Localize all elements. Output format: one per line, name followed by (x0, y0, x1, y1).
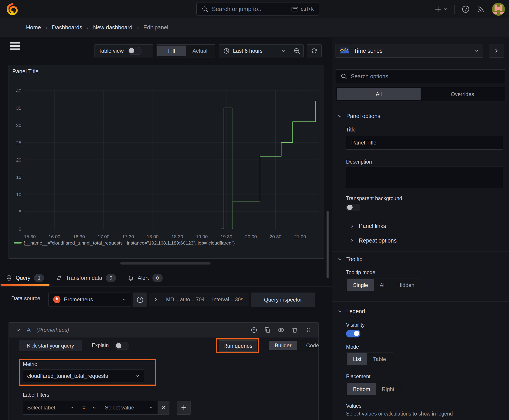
timeseries-chart[interactable]: 051015202530354015:3016:0016:3017:0017:3… (9, 65, 324, 258)
tab-overrides[interactable]: Overrides (421, 88, 504, 100)
svg-text:?: ? (253, 328, 255, 332)
textarea-resize-icon[interactable] (498, 183, 502, 187)
breadcrumb-dashboards[interactable]: Dashboards (52, 24, 82, 31)
legend-mode-table[interactable]: Table (367, 353, 392, 365)
tooltip-mode-single[interactable]: Single (347, 279, 374, 291)
chevron-down-icon (443, 7, 448, 11)
datasource-name: Prometheus (64, 296, 93, 303)
query-editor-card: A (Prometheus) ? Kick star (8, 322, 319, 420)
pane-resize-handle[interactable] (120, 262, 211, 264)
grafana-logo-icon[interactable] (6, 3, 19, 15)
transparent-background-toggle[interactable] (346, 204, 360, 211)
legend-placement-bottom[interactable]: Bottom (347, 383, 376, 395)
svg-text:10: 10 (16, 192, 21, 197)
table-view-toggle[interactable] (128, 47, 142, 55)
toggle-viz-picker-button[interactable] (489, 44, 504, 58)
breadcrumb-home[interactable]: Home (26, 24, 41, 31)
help-button[interactable]: ? (461, 5, 470, 14)
datasource-help-button[interactable]: ? (133, 292, 147, 307)
metric-label: Metric (23, 361, 37, 367)
table-view-label: Table view (99, 48, 124, 54)
options-search-input[interactable]: Search options (336, 69, 505, 83)
chevron-down-icon[interactable] (15, 327, 21, 333)
chevron-down-icon (69, 405, 74, 410)
breadcrumb-bar: Home › Dashboards › New dashboard › Edit… (0, 18, 509, 37)
explain-toggle[interactable] (115, 342, 129, 350)
keyboard-icon (291, 5, 298, 13)
breadcrumb: Home › Dashboards › New dashboard › Edit… (26, 18, 168, 37)
add-filter-button[interactable] (177, 401, 190, 415)
metric-select[interactable]: cloudflared_tunnel_total_requests (23, 369, 144, 383)
new-menu-button[interactable] (434, 5, 448, 13)
label-filters-label: Label filters (23, 392, 49, 398)
main-scrollbar[interactable] (327, 211, 328, 278)
svg-text:17:00: 17:00 (98, 234, 109, 239)
repeat-options-section[interactable]: Repeat options (350, 237, 396, 244)
run-queries-button[interactable]: Run queries (219, 340, 257, 352)
remove-filter-button[interactable] (158, 401, 169, 415)
breadcrumb-separator: › (87, 24, 89, 31)
query-help-icon[interactable]: ? (251, 327, 258, 333)
tooltip-mode-hidden[interactable]: Hidden (391, 279, 420, 291)
breadcrumb-edit-panel: Edit panel (144, 24, 168, 31)
title-field-label: Title (346, 127, 356, 133)
tooltip-mode-all[interactable]: All (374, 279, 392, 291)
chevron-down-icon (149, 405, 153, 410)
fill-option[interactable]: Fill (157, 45, 186, 56)
tooltip-section-header[interactable]: Tooltip (337, 256, 363, 262)
clock-icon (223, 48, 230, 54)
tab-query[interactable]: Query 1 (0, 269, 50, 286)
time-range-picker[interactable]: Last 6 hours (219, 48, 290, 54)
topbar-actions: ? (434, 0, 505, 18)
legend-mode-segmented: List Table (346, 352, 393, 366)
tab-transform-data[interactable]: Transform data 0 (50, 269, 122, 286)
query-inspector-button[interactable]: Query inspector (251, 292, 315, 307)
panel-links-section[interactable]: Panel links (350, 223, 386, 229)
tab-alert[interactable]: Alert 0 (122, 269, 168, 286)
hide-query-icon[interactable] (278, 326, 285, 334)
refresh-button[interactable] (307, 45, 322, 57)
select-label-placeholder: Select label (27, 405, 55, 411)
tab-query-count: 1 (34, 274, 44, 282)
menu-icon[interactable] (10, 42, 20, 50)
breadcrumb-new-dashboard[interactable]: New dashboard (93, 24, 132, 31)
kick-start-query-button[interactable]: Kick start your query (19, 340, 82, 351)
news-button[interactable] (477, 5, 485, 14)
panel-description-textarea[interactable] (346, 166, 503, 188)
svg-text:15: 15 (16, 174, 21, 180)
panel-title-input[interactable] (346, 136, 503, 150)
all-overrides-segmented: All Overrides (336, 87, 505, 101)
query-row-header[interactable]: A (Prometheus) ? (9, 323, 319, 338)
zoom-out-icon (293, 47, 301, 54)
legend-placement-right[interactable]: Right (376, 383, 400, 395)
legend-placement-segmented: Bottom Right (346, 382, 401, 396)
datasource-select[interactable]: Prometheus (48, 292, 131, 307)
datasource-label: Data source (11, 295, 40, 301)
builder-option[interactable]: Builder (269, 341, 297, 350)
tab-all[interactable]: All (337, 88, 421, 100)
chevron-down-icon (474, 48, 479, 53)
chevron-down-icon (337, 114, 342, 119)
legend-visibility-toggle[interactable] (346, 330, 360, 338)
panel-options-section-header[interactable]: Panel options (337, 113, 380, 119)
code-option[interactable]: Code (297, 341, 328, 350)
actual-option[interactable]: Actual (186, 45, 214, 56)
avatar[interactable] (492, 3, 505, 16)
zoom-out-button[interactable] (290, 47, 304, 54)
duplicate-query-icon[interactable] (264, 327, 271, 333)
tab-transform-label: Transform data (66, 275, 102, 281)
delete-query-icon[interactable] (291, 327, 298, 333)
chevron-down-icon (281, 48, 286, 53)
select-label-dropdown[interactable]: Select label (23, 401, 79, 415)
legend-mode-list[interactable]: List (347, 353, 367, 365)
legend-section-header[interactable]: Legend (337, 308, 365, 315)
search-input[interactable]: Search or jump to... ctrl+k (196, 2, 319, 16)
visualization-picker[interactable]: Time series (335, 44, 483, 58)
select-value-dropdown[interactable]: Select value (101, 401, 158, 415)
operator-dropdown[interactable]: = (78, 401, 101, 415)
timeseries-icon (339, 47, 350, 54)
query-datasource-hint: (Prometheus) (36, 327, 69, 333)
drag-handle-icon[interactable] (305, 327, 312, 333)
query-ref-id[interactable]: A (27, 326, 30, 333)
query-options-row[interactable]: MD = auto = 704 Interval = 30s (149, 292, 249, 307)
